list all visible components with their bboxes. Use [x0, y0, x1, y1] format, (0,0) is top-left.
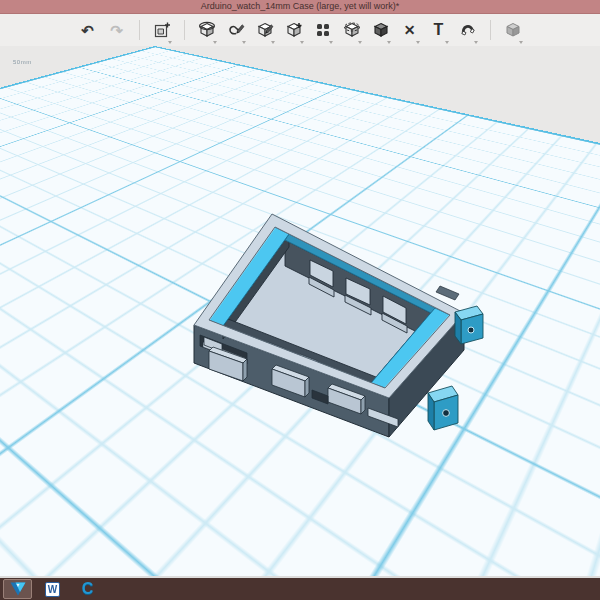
viewport-3d[interactable]: 50mm — [0, 46, 600, 576]
dropdown-caret — [329, 41, 333, 44]
toolbar-separator — [139, 20, 140, 40]
dropdown-caret — [242, 41, 246, 44]
redo-button[interactable]: ↷ — [104, 17, 130, 44]
toolbar-separator — [184, 20, 185, 40]
sketch-button[interactable] — [223, 17, 249, 44]
taskbar-design-app-button[interactable] — [3, 579, 32, 599]
delete-icon: ✕ — [404, 23, 416, 37]
delete-button[interactable]: ✕ — [397, 17, 423, 44]
insert-primitive-icon — [153, 21, 171, 39]
window-title: Arduino_watch_14mm Case (large, yet will… — [201, 0, 400, 13]
dropdown-caret — [445, 41, 449, 44]
dropdown-caret — [416, 41, 420, 44]
snap-button[interactable] — [455, 17, 481, 44]
dropdown-caret — [387, 41, 391, 44]
taskbar-word-button[interactable]: W — [38, 579, 67, 599]
dropdown-caret — [474, 41, 478, 44]
design-app-icon — [10, 582, 26, 596]
dropdown-caret — [271, 41, 275, 44]
window-title-bar[interactable]: Arduino_watch_14mm Case (large, yet will… — [0, 0, 600, 14]
construct-button[interactable] — [281, 17, 307, 44]
construct-icon — [285, 21, 303, 39]
undo-icon: ↶ — [81, 23, 94, 38]
group-icon — [343, 21, 361, 39]
combine-button[interactable] — [368, 17, 394, 44]
material-view-button[interactable] — [500, 17, 526, 44]
insert-primitive-button[interactable] — [149, 17, 175, 44]
pattern-icon — [314, 21, 332, 39]
word-icon: W — [45, 582, 60, 597]
text-tool-icon: T — [434, 22, 444, 38]
workplane-grid — [0, 46, 600, 576]
toolbar-separator — [490, 20, 491, 40]
grid-scale-label: 50mm — [13, 59, 32, 65]
grid-plane — [0, 46, 155, 481]
transform-icon — [198, 21, 216, 39]
main-toolbar: ↶ ↷ — [0, 14, 600, 47]
dropdown-caret — [213, 41, 217, 44]
dropdown-caret — [358, 41, 362, 44]
dropdown-caret — [168, 41, 172, 44]
dropdown-caret — [300, 41, 304, 44]
taskbar-c-app-button[interactable]: C — [73, 579, 102, 599]
transform-button[interactable] — [194, 17, 220, 44]
material-cube-icon — [504, 21, 522, 39]
taskbar: W C — [0, 576, 600, 600]
magnet-icon — [459, 21, 477, 39]
c-app-icon: C — [82, 581, 94, 597]
text-button[interactable]: T — [426, 17, 452, 44]
redo-icon: ↷ — [110, 23, 123, 38]
pattern-button[interactable] — [310, 17, 336, 44]
dropdown-caret — [519, 41, 523, 44]
edit-solid-button[interactable] — [252, 17, 278, 44]
group-button[interactable] — [339, 17, 365, 44]
combine-icon — [372, 21, 390, 39]
edit-solid-icon — [256, 21, 274, 39]
undo-button[interactable]: ↶ — [75, 17, 101, 44]
sketch-icon — [227, 21, 245, 39]
